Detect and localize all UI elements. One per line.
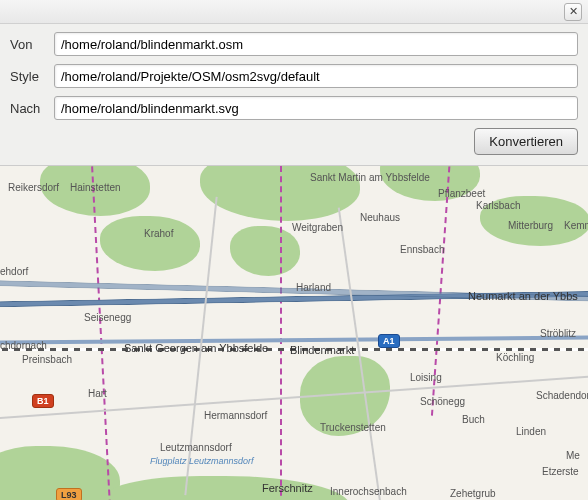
forest-patch (100, 216, 200, 271)
town-label: Neumarkt an der Ybbs (468, 290, 578, 302)
town-label: Harland (296, 282, 331, 293)
town-label: Hermannsdorf (204, 410, 267, 421)
town-label: ehdorf (0, 266, 28, 277)
town-label: Zehetgrub (450, 488, 496, 499)
town-label: Linden (516, 426, 546, 437)
form-panel: Von Style Nach Konvertieren (0, 24, 588, 166)
style-input[interactable] (54, 64, 578, 88)
town-label: Blindenmarkt (290, 344, 354, 356)
nach-input[interactable] (54, 96, 578, 120)
close-button[interactable]: ✕ (564, 3, 582, 21)
town-label: Ströblitz (540, 328, 576, 339)
town-label: Innerochsenbach (330, 486, 407, 497)
town-label: Köchling (496, 352, 534, 363)
town-label: Neuhaus (360, 212, 400, 223)
town-label: Sankt Georgen am Ybbsfelde (124, 342, 268, 354)
town-label: Reikersdorf (8, 182, 59, 193)
admin-border (280, 166, 282, 500)
town-label: Karlsbach (476, 200, 520, 211)
town-label: Sankt Martin am Ybbsfelde (310, 172, 430, 183)
town-label: Schönegg (420, 396, 465, 407)
town-label: Krahof (144, 228, 173, 239)
town-label: Etzerste (542, 466, 579, 477)
map-view[interactable]: A1 B1 L93 Flugplatz Leutzmannsdorf Reike… (0, 166, 588, 500)
motorway-badge: A1 (378, 334, 400, 348)
town-label: chdornach (0, 340, 47, 351)
convert-button[interactable]: Konvertieren (474, 128, 578, 155)
town-label: Hart (88, 388, 107, 399)
route-badge: B1 (32, 394, 54, 408)
admin-border (91, 166, 112, 500)
von-input[interactable] (54, 32, 578, 56)
town-label: Buch (462, 414, 485, 425)
town-label: Schadendorf (536, 390, 588, 401)
town-label: Ennsbach (400, 244, 444, 255)
secondary-badge: L93 (56, 488, 82, 500)
town-label: Me (566, 450, 580, 461)
town-label: Weitgraben (292, 222, 343, 233)
town-label: Pflanzbeet (438, 188, 485, 199)
town-label: Leutzmannsdorf (160, 442, 232, 453)
town-label: Ferschnitz (262, 482, 313, 494)
town-label: Kemm (564, 220, 588, 231)
town-label: Seisenegg (84, 312, 131, 323)
nach-label: Nach (10, 101, 54, 116)
titlebar: ✕ (0, 0, 588, 24)
forest-patch (230, 226, 300, 276)
town-label: Preinsbach (22, 354, 72, 365)
town-label: Truckenstetten (320, 422, 386, 433)
town-label: Mitterburg (508, 220, 553, 231)
airfield-label: Flugplatz Leutzmannsdorf (150, 456, 254, 466)
town-label: Loising (410, 372, 442, 383)
style-label: Style (10, 69, 54, 84)
von-label: Von (10, 37, 54, 52)
town-label: Hainstetten (70, 182, 121, 193)
